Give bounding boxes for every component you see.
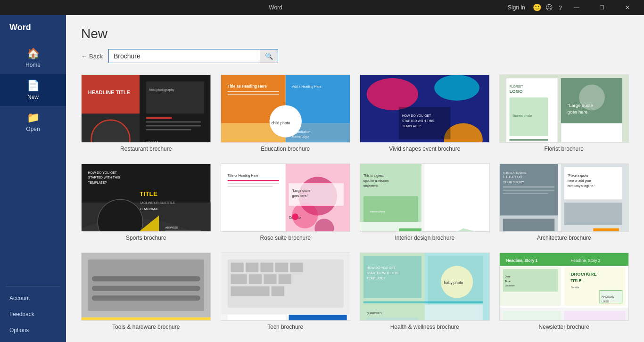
minimize-button[interactable]: —	[566, 0, 587, 15]
template-card-news-brochure[interactable]: Headline, Story 1 Headline, Story 2 Date…	[499, 252, 629, 330]
sidebar-item-open-label: Open	[26, 126, 40, 132]
template-card-florist-brochure[interactable]: "Large quote goes here." FLORIST LOGO fl…	[499, 74, 629, 152]
sidebar-item-account[interactable]: Account	[0, 290, 66, 306]
svg-text:THIS IS A HEADING: THIS IS A HEADING	[503, 171, 526, 174]
sign-in-link[interactable]: Sign in	[508, 4, 525, 11]
restore-button[interactable]: ❐	[591, 0, 613, 15]
title-bar-app-name: Word	[269, 4, 282, 11]
svg-text:LOGO: LOGO	[602, 300, 609, 303]
search-button[interactable]: 🔍	[260, 49, 278, 63]
search-bar: ← Back 🔍	[81, 49, 629, 63]
template-label-education-brochure: Education brochure	[261, 146, 310, 152]
svg-text:"Large quote: "Large quote	[292, 189, 310, 193]
svg-rect-10	[146, 125, 201, 127]
svg-rect-139	[264, 274, 276, 284]
page-title: New	[81, 26, 629, 41]
sidebar-divider	[6, 286, 60, 286]
sidebar-item-options[interactable]: Options	[0, 322, 66, 338]
main-header: New ← Back 🔍	[66, 15, 644, 71]
svg-rect-133	[245, 263, 258, 273]
help-button[interactable]: ?	[559, 4, 562, 11]
svg-rect-120	[88, 260, 204, 311]
template-card-restaurant-brochure[interactable]: HEADLINE TITLE food photography ADDRESS …	[81, 74, 211, 152]
svg-rect-75	[227, 180, 279, 181]
template-card-sports-brochure[interactable]: TITLE TAGLINE OR SUBTITLE TEAM NAME HOW …	[81, 163, 211, 241]
svg-rect-110	[564, 167, 622, 199]
svg-rect-182	[564, 311, 625, 321]
template-card-keyboard-brochure[interactable]: COMPANY LOGO BROCHURE TITLE Tech brochur…	[221, 252, 351, 330]
sidebar-item-open[interactable]: 📁 Open	[0, 106, 66, 138]
svg-rect-169	[503, 269, 557, 292]
svg-text:STARTED WITH THIS: STARTED WITH THIS	[402, 119, 434, 122]
svg-text:1 TITLE FOR: 1 TITLE FOR	[503, 175, 522, 179]
svg-rect-137	[231, 274, 247, 284]
svg-text:Title or Heading Here: Title or Heading Here	[227, 174, 258, 178]
svg-rect-108	[503, 219, 554, 232]
sidebar-item-new[interactable]: 📄 New	[0, 74, 66, 106]
svg-rect-160	[363, 301, 483, 303]
svg-rect-140	[278, 274, 291, 284]
svg-text:This is a great: This is a great	[363, 174, 384, 178]
svg-text:"Large quote: "Large quote	[567, 103, 593, 108]
svg-text:spot for a mission: spot for a mission	[363, 179, 389, 183]
happy-icon[interactable]: 🙂	[533, 3, 542, 12]
title-bar-controls: Sign in 🙂 ☹ ? — ❐ ✕	[508, 0, 638, 15]
template-card-vivid-shapes-brochure[interactable]: HOW DO YOU GET STARTED WITH THIS TEMPLAT…	[360, 74, 490, 152]
title-bar: Word Sign in 🙂 ☹ ? — ❐ ✕	[0, 0, 644, 15]
svg-rect-105	[503, 187, 554, 187]
svg-text:TEMPLATE?: TEMPLATE?	[402, 124, 421, 128]
svg-rect-163	[425, 304, 483, 321]
svg-rect-142	[271, 286, 284, 296]
svg-rect-92	[399, 228, 421, 232]
svg-text:ADDRESS: ADDRESS	[165, 226, 178, 229]
svg-text:Date: Date	[504, 275, 510, 278]
sidebar-item-feedback[interactable]: Feedback	[0, 306, 66, 322]
svg-text:HEADLINE TITLE: HEADLINE TITLE	[88, 90, 130, 95]
svg-text:TEAM NAME: TEAM NAME	[140, 207, 159, 211]
template-thumb-sports-brochure: TITLE TAGLINE OR SUBTITLE TEAM NAME HOW …	[81, 163, 211, 232]
svg-rect-117	[564, 203, 622, 225]
sidebar-item-home[interactable]: 🏠 Home	[0, 42, 66, 74]
template-card-architecture-brochure[interactable]: THIS IS A HEADING 1 TITLE FOR YOUR STORY…	[499, 163, 629, 241]
template-card-health-brochure[interactable]: HOW DO YOU GET STARTED WITH THIS TEMPLAT…	[360, 252, 490, 330]
template-card-tools-brochure[interactable]: ABOUT US CONTACT US BROCHURE Tools & har…	[81, 252, 211, 330]
back-button[interactable]: ← Back	[81, 53, 103, 60]
svg-rect-124	[82, 318, 210, 321]
svg-rect-144	[289, 315, 347, 321]
close-button[interactable]: ✕	[617, 0, 638, 15]
sidebar-bottom: Account Feedback Options	[0, 290, 66, 342]
svg-text:interior photo: interior photo	[370, 210, 385, 213]
template-label-health-brochure: Health & wellness brochure	[390, 324, 459, 330]
template-thumb-rose-suite-brochure: Title or Heading Here "Large quote goes …	[221, 163, 351, 232]
template-thumb-florist-brochure: "Large quote goes here." FLORIST LOGO fl…	[499, 74, 629, 143]
svg-rect-181	[503, 311, 561, 321]
template-card-interior-design-brochure[interactable]: This is a great spot for a mission state…	[360, 163, 490, 241]
svg-rect-162	[367, 318, 418, 321]
template-label-tools-brochure: Tools & hardware brochure	[112, 324, 180, 330]
template-thumb-keyboard-brochure: COMPANY LOGO BROCHURE TITLE	[221, 252, 351, 321]
svg-text:TEMPLATE?: TEMPLATE?	[367, 277, 386, 280]
svg-rect-107	[503, 193, 548, 194]
search-input[interactable]	[109, 49, 260, 63]
home-icon: 🏠	[27, 48, 40, 60]
svg-text:baby photo: baby photo	[444, 281, 463, 285]
template-label-florist-brochure: Florist brochure	[545, 146, 584, 152]
template-grid: HEADLINE TITLE food photography ADDRESS …	[81, 74, 629, 330]
template-card-education-brochure[interactable]: child photo Title as Heading Here Add a …	[221, 74, 351, 152]
svg-text:YOUR STORY: YOUR STORY	[503, 180, 524, 184]
svg-text:Title as Heading Here: Title as Heading Here	[227, 84, 267, 89]
sad-icon[interactable]: ☹	[545, 3, 553, 12]
svg-rect-143	[227, 315, 285, 321]
svg-text:Headline, Story 2: Headline, Story 2	[570, 259, 600, 263]
template-label-news-brochure: Newsletter brochure	[539, 324, 589, 330]
template-thumb-tools-brochure: ABOUT US CONTACT US BROCHURE	[81, 252, 211, 321]
svg-text:COMPANY: COMPANY	[602, 296, 615, 299]
template-card-rose-suite-brochure[interactable]: Title or Heading Here "Large quote goes …	[221, 163, 351, 241]
template-label-sports-brochure: Sports brochure	[126, 235, 166, 241]
svg-rect-77	[227, 186, 272, 187]
svg-rect-114	[593, 228, 619, 232]
svg-rect-141	[231, 286, 269, 296]
sidebar-item-new-label: New	[27, 94, 39, 100]
svg-text:flowers photo: flowers photo	[512, 114, 532, 118]
template-label-vivid-shapes-brochure: Vivid shapes event brochure	[389, 146, 460, 152]
